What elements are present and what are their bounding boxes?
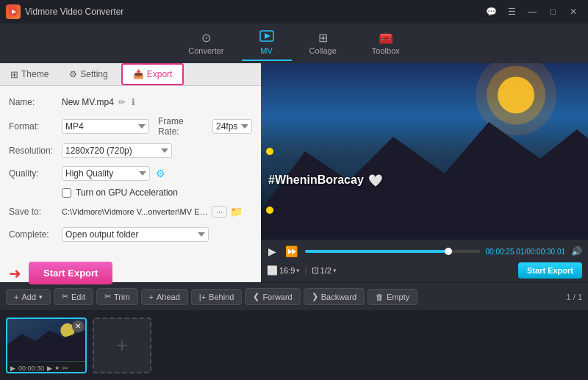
play-button[interactable]: ▶ bbox=[267, 244, 278, 259]
page-indicator: 1 / 1 bbox=[567, 293, 582, 301]
format-row: Format: MP4 MOV AVI Frame Rate: 24fps 30… bbox=[9, 116, 252, 137]
edit-icon: ✂ bbox=[62, 292, 68, 301]
timeline-clip: ✕ ▶ 00:00:30 ▶ ✦ ✂ bbox=[6, 318, 87, 373]
theme-label: Theme bbox=[21, 69, 49, 79]
titlebar: Vidmore Video Converter 💬 ☰ — □ ✕ bbox=[0, 0, 588, 24]
trim-button[interactable]: ✂ Trim bbox=[96, 288, 138, 305]
edit-button[interactable]: ✂ Edit bbox=[54, 288, 93, 305]
save-path: C:\Vidmore\Vidmore V...onverter\MV Expor… bbox=[62, 207, 209, 216]
progress-bar-container: ▶ ⏩ 00:00:25.01/00:00:30.01 🔊 bbox=[267, 244, 582, 259]
trash-icon: 🗑 bbox=[376, 293, 384, 301]
clip-cut-icon: ✂ bbox=[62, 365, 68, 372]
controls-bottom: ⬜ 16:9 ▾ | ⊡ 1/2 ▾ Start Export bbox=[267, 262, 582, 279]
quality-select[interactable]: High Quality Medium Quality Low Quality bbox=[62, 166, 150, 181]
app-icon bbox=[6, 4, 21, 19]
quality-settings-button[interactable]: ⚙ bbox=[156, 168, 165, 179]
format-select[interactable]: MP4 MOV AVI bbox=[62, 119, 149, 134]
tab-toolbox[interactable]: 🧰 Toolbox bbox=[354, 26, 417, 61]
setting-label: Setting bbox=[80, 69, 107, 79]
progress-track[interactable] bbox=[305, 250, 480, 253]
empty-label: Empty bbox=[387, 293, 409, 301]
aspect-icon: ⬜ bbox=[267, 265, 278, 276]
gpu-label: Turn on GPU Acceleration bbox=[76, 187, 178, 198]
backward-label: Backward bbox=[321, 293, 356, 301]
tab-collage-label: Collage bbox=[309, 46, 337, 55]
speed-button[interactable]: ⏩ bbox=[284, 244, 299, 259]
volume-button[interactable]: 🔊 bbox=[571, 246, 582, 257]
name-value-container: New MV.mp4 ✏ ℹ bbox=[62, 96, 252, 109]
split-button[interactable]: ⊡ 1/2 ▾ bbox=[312, 265, 337, 276]
chat-button[interactable]: 💬 bbox=[482, 4, 500, 19]
backward-button[interactable]: ❯ Backward bbox=[304, 288, 365, 305]
ahead-label: Ahead bbox=[157, 293, 180, 301]
forward-label: Forward bbox=[262, 293, 292, 301]
progress-thumb bbox=[445, 248, 452, 255]
tab-converter[interactable]: ⊙ Converter bbox=[171, 26, 241, 61]
theme-button[interactable]: ⊞ Theme bbox=[0, 65, 59, 85]
sky-svg bbox=[261, 63, 588, 240]
resolution-row: Resolution: 1280x720 (720p) 1920x1080 (1… bbox=[9, 142, 252, 159]
svg-marker-3 bbox=[265, 33, 270, 39]
empty-button[interactable]: 🗑 Empty bbox=[368, 289, 417, 305]
hashtag-text: #WheninBoracay bbox=[268, 173, 364, 187]
clip-close-button[interactable]: ✕ bbox=[72, 320, 84, 332]
aspect-ratio-button[interactable]: ⬜ 16:9 ▾ bbox=[267, 265, 300, 276]
trim-label: Trim bbox=[114, 293, 130, 301]
backward-icon: ❯ bbox=[312, 292, 318, 301]
start-export-button[interactable]: Start Export bbox=[29, 262, 112, 284]
edit-name-button[interactable]: ✏ bbox=[117, 96, 127, 109]
clip-icons: ▶ ✦ ✂ bbox=[47, 365, 68, 372]
tab-converter-label: Converter bbox=[188, 46, 223, 55]
menu-button[interactable]: ☰ bbox=[503, 4, 520, 19]
resolution-select[interactable]: 1280x720 (720p) 1920x1080 (1080p) bbox=[62, 143, 172, 158]
mv-icon bbox=[259, 30, 274, 45]
svg-rect-9 bbox=[261, 240, 588, 240]
video-overlay-text: #WheninBoracay 🤍 bbox=[268, 173, 383, 187]
complete-select[interactable]: Open output folder Do nothing bbox=[62, 227, 209, 242]
progress-fill bbox=[305, 250, 448, 253]
frame-rate-select[interactable]: 24fps 30fps 60fps bbox=[212, 119, 252, 134]
tab-toolbox-label: Toolbox bbox=[372, 46, 400, 55]
save-label: Save to: bbox=[9, 207, 62, 217]
export-button[interactable]: 📤 Export bbox=[121, 63, 184, 85]
gpu-checkbox[interactable] bbox=[62, 188, 71, 198]
save-value-container: C:\Vidmore\Vidmore V...onverter\MV Expor… bbox=[62, 206, 252, 218]
add-button[interactable]: + Add ▾ bbox=[6, 289, 51, 305]
split-value: 1/2 bbox=[320, 266, 331, 275]
start-export-video-button[interactable]: Start Export bbox=[518, 262, 582, 279]
name-label: Name: bbox=[9, 97, 62, 107]
time-current: 00:00:25.01 bbox=[486, 248, 525, 256]
behind-button[interactable]: |+ Behind bbox=[191, 289, 243, 305]
minimize-button[interactable]: — bbox=[523, 4, 541, 19]
info-button[interactable]: ℹ bbox=[130, 96, 137, 109]
name-row: Name: New MV.mp4 ✏ ℹ bbox=[9, 93, 252, 111]
video-container: #WheninBoracay 🤍 bbox=[261, 63, 588, 240]
setting-button[interactable]: ⚙ Setting bbox=[59, 65, 118, 84]
close-button[interactable]: ✕ bbox=[564, 4, 582, 19]
quality-value-container: High Quality Medium Quality Low Quality … bbox=[62, 166, 252, 181]
forward-button[interactable]: ❮ Forward bbox=[245, 288, 300, 305]
time-display: 00:00:25.01/00:00:30.01 bbox=[486, 248, 565, 256]
video-controls: ▶ ⏩ 00:00:25.01/00:00:30.01 🔊 ⬜ 16:9 ▾ | bbox=[261, 240, 588, 282]
timeline: ✕ ▶ 00:00:30 ▶ ✦ ✂ + bbox=[0, 310, 588, 380]
ahead-button[interactable]: + Ahead bbox=[141, 289, 188, 305]
maximize-button[interactable]: □ bbox=[544, 4, 562, 19]
format-label: Format: bbox=[9, 121, 62, 132]
path-dots-button[interactable]: ··· bbox=[212, 206, 227, 218]
complete-label: Complete: bbox=[9, 229, 62, 240]
tab-collage[interactable]: ⊞ Collage bbox=[292, 26, 354, 61]
left-panel: ⊞ Theme ⚙ Setting 📤 Export Name: New MV.… bbox=[0, 63, 261, 282]
name-value: New MV.mp4 bbox=[62, 97, 114, 107]
forward-icon: ❮ bbox=[253, 292, 259, 301]
tab-mv[interactable]: MV bbox=[242, 26, 292, 61]
app-title: Vidmore Video Converter bbox=[25, 7, 123, 17]
add-clip-button[interactable]: + bbox=[93, 318, 151, 373]
svg-point-16 bbox=[266, 207, 273, 214]
clip-star-icon: ✦ bbox=[54, 365, 60, 372]
separator: | bbox=[304, 265, 306, 276]
behind-icon: |+ bbox=[199, 293, 206, 301]
toolbox-icon: 🧰 bbox=[379, 31, 393, 45]
clip-video-icon: ▶ bbox=[10, 365, 15, 372]
open-folder-button[interactable]: 📁 bbox=[230, 206, 243, 218]
converter-icon: ⊙ bbox=[201, 31, 211, 45]
